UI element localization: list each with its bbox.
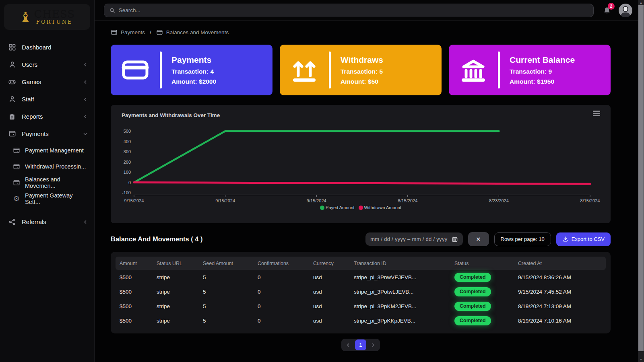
chart-legend: Payed AmountWithdrawn Amount [111, 205, 611, 210]
sidebar-item-dashboard[interactable]: Dashboard [0, 39, 94, 56]
cell-created-at: 8/19/2024 7:13:09 AM [518, 303, 606, 309]
transactions-table: Amount Status URL Seed Amount Confirmati… [111, 252, 611, 333]
legend-entry[interactable]: Withdrawn Amount [359, 205, 401, 210]
sidebar-item-payment-management[interactable]: Payment Management [0, 142, 94, 158]
rows-per-page-label: Rows per page: 10 [501, 236, 545, 242]
scrollbar-down-arrow-icon[interactable]: ▼ [638, 358, 644, 361]
search-bar[interactable] [104, 4, 594, 17]
breadcrumb-separator: / [150, 29, 151, 35]
sidebar-item-payment-gateway-settings[interactable]: ⚙ Payment Gateway Sett... [0, 191, 94, 207]
table-row[interactable]: $500 stripe 5 0 usd stripe_pi_3PpKM2JEVB… [116, 299, 606, 313]
sidebar: ♝ CHESS FORTUNE Dashboard Users [0, 0, 95, 362]
chess-piece-icon: ♝ [19, 10, 31, 24]
svg-text:8/15/2024: 8/15/2024 [398, 198, 417, 203]
table-row[interactable]: $500 stripe 5 0 usd stripe_pi_3PpKKpJEVB… [116, 313, 606, 328]
payments-submenu: Payment Management Withdrawal Processin.… [0, 142, 94, 207]
svg-text:500: 500 [124, 129, 131, 134]
sidebar-item-staff[interactable]: Staff [0, 90, 94, 108]
cell-confirmations: 0 [258, 289, 313, 295]
legend-dot-icon [320, 206, 324, 210]
rows-per-page-select[interactable]: Rows per page: 10 [494, 232, 551, 246]
scrollbar-thumb[interactable] [638, 5, 644, 351]
clear-filter-button[interactable]: ✕ [468, 232, 489, 246]
cell-confirmations: 0 [258, 274, 313, 280]
wallet-icon [111, 29, 118, 36]
col-seed-amount: Seed Amount [203, 261, 258, 266]
sidebar-item-referrals[interactable]: Referrals [0, 213, 94, 230]
table-row[interactable]: $500 stripe 5 0 usd stripe_pi_3PotwLJEVB… [116, 284, 606, 299]
table-row[interactable]: $500 stripe 5 0 usd stripe_pi_3PnwVEJEVB… [116, 270, 606, 284]
sidebar-menu: Dashboard Users Games [0, 39, 94, 230]
col-status: Status [454, 261, 518, 266]
payments-card: Payments Transaction: 4 Amount: $2000 [111, 45, 272, 95]
cell-status-url: stripe [157, 303, 203, 309]
export-csv-label: Export to CSV [572, 236, 605, 242]
sidebar-item-games[interactable]: Games [0, 73, 94, 90]
chevron-left-icon [346, 343, 351, 348]
search-input[interactable] [119, 7, 588, 13]
gamepad-icon [8, 78, 16, 86]
date-range-placeholder: mm / dd / yyyy – mm / dd / yyyy [370, 236, 447, 242]
breadcrumb-current-page[interactable]: Balances and Movements [156, 29, 229, 36]
card-amount: Amount: $50 [341, 78, 383, 85]
legend-label: Payed Amount [326, 205, 355, 210]
vertical-scrollbar[interactable]: ▲ ▼ [638, 0, 644, 362]
wallet-icon [13, 163, 20, 170]
cell-amount: $500 [120, 289, 157, 295]
cell-amount: $500 [120, 274, 157, 280]
card-transactions: Transaction: 9 [510, 68, 575, 75]
hamburger-menu-icon[interactable] [593, 111, 600, 116]
chevron-left-icon [83, 62, 88, 67]
card-title: Withdraws [341, 55, 383, 65]
line-chart: 5004003002001000-1009/15/20249/15/20249/… [111, 124, 611, 204]
card-transactions: Transaction: 5 [341, 68, 383, 75]
cell-status-url: stripe [157, 274, 203, 280]
cell-currency: usd [313, 318, 354, 324]
breadcrumb-section: Payments [121, 29, 145, 35]
sidebar-item-label: Payment Gateway Sett... [25, 192, 88, 205]
cell-transaction-id: stripe_pi_3PnwVEJEVB... [354, 274, 454, 280]
sidebar-item-label: Dashboard [22, 44, 88, 51]
current-balance-card: Current Balance Transaction: 9 Amount: $… [449, 45, 611, 95]
sidebar-item-payments[interactable]: Payments [0, 125, 94, 142]
avatar[interactable] [619, 4, 632, 17]
cell-seed: 5 [203, 318, 258, 324]
cell-currency: usd [313, 289, 354, 295]
cell-transaction-id: stripe_pi_3PpKM2JEVB... [354, 303, 454, 309]
cell-transaction-id: stripe_pi_3PpKKpJEVB... [354, 318, 454, 324]
table-title: Balance And Movements ( 4 ) [111, 235, 365, 243]
svg-text:400: 400 [124, 139, 131, 144]
previous-page-button[interactable] [344, 341, 353, 350]
date-range-input[interactable]: mm / dd / yyyy – mm / dd / yyyy [365, 232, 462, 246]
sidebar-item-reports[interactable]: Reports [0, 108, 94, 125]
brand-name-bottom: FORTUNE [36, 19, 73, 25]
breadcrumb-page: Balances and Movements [166, 29, 229, 35]
status-badge: Completed [454, 302, 491, 311]
sidebar-item-withdrawal-processing[interactable]: Withdrawal Processin... [0, 158, 94, 175]
table-controls: mm / dd / yyyy – mm / dd / yyyy ✕ Rows p… [365, 232, 611, 246]
breadcrumb-payments[interactable]: Payments [111, 29, 145, 36]
cell-currency: usd [313, 274, 354, 280]
bank-icon [449, 58, 498, 82]
chevron-left-icon [83, 220, 88, 224]
cell-status-url: stripe [157, 289, 203, 295]
sidebar-item-users[interactable]: Users [0, 56, 94, 73]
svg-text:9/15/2024: 9/15/2024 [307, 198, 326, 203]
legend-dot-icon [359, 206, 363, 210]
export-csv-button[interactable]: Export to CSV [556, 232, 611, 246]
pagination-pill: 1 [341, 339, 380, 351]
withdraw-arrows-icon [280, 58, 329, 82]
sidebar-item-balances-and-movements[interactable]: Balances and Movemen... [0, 175, 94, 191]
page-number-button[interactable]: 1 [355, 339, 366, 350]
brand-logo[interactable]: ♝ CHESS FORTUNE [4, 4, 90, 30]
sidebar-item-label: Payments [22, 130, 83, 137]
main-area: 2 Payments / Balances and Movements [95, 0, 638, 362]
wallet-icon [13, 147, 20, 154]
svg-text:9/15/2024: 9/15/2024 [124, 198, 144, 203]
legend-entry[interactable]: Payed Amount [320, 205, 355, 210]
notifications-button[interactable]: 2 [601, 4, 613, 16]
next-page-button[interactable] [369, 341, 378, 350]
page-content: Payments / Balances and Movements Paymen… [95, 21, 638, 351]
scrollbar-up-arrow-icon[interactable]: ▲ [638, 1, 644, 4]
col-status-url: Status URL [157, 261, 203, 266]
